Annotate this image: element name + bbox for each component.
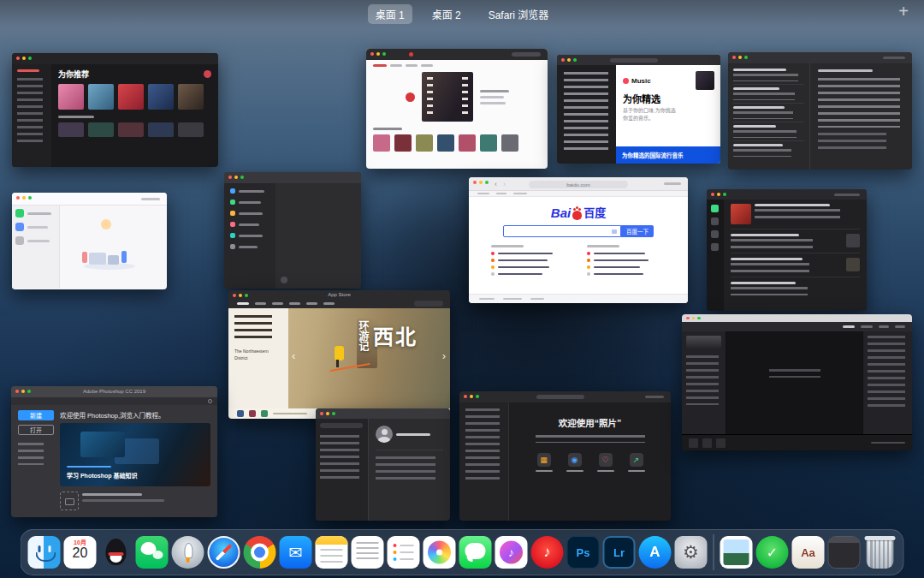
group-item[interactable] xyxy=(230,233,270,238)
module-tab[interactable] xyxy=(861,325,873,328)
user-avatar[interactable] xyxy=(204,70,211,78)
album-cover[interactable] xyxy=(148,122,174,137)
module-tab[interactable] xyxy=(895,325,905,328)
search-field[interactable] xyxy=(414,301,443,307)
promo-banner[interactable]: 为你精选的国际流行音乐 xyxy=(616,146,720,164)
dock-icon-messages[interactable] xyxy=(459,536,492,569)
play-button[interactable] xyxy=(406,92,415,102)
dock-icon-lightroom[interactable]: Lr xyxy=(603,536,636,569)
dock-icon-chrome[interactable] xyxy=(244,536,276,569)
window-app-store[interactable]: App Store The Northwestern District 环游记 xyxy=(228,290,450,419)
window-wechat[interactable] xyxy=(12,193,167,289)
carousel-next-button[interactable]: › xyxy=(442,349,446,362)
dock-icon-security[interactable]: ✓ xyxy=(756,536,789,569)
hot-item[interactable] xyxy=(587,265,666,269)
carousel-prev-button[interactable]: ‹ xyxy=(292,349,295,362)
article-item[interactable] xyxy=(731,229,860,253)
album-cover[interactable] xyxy=(88,84,114,110)
module-tab-active[interactable] xyxy=(843,325,855,328)
search-field[interactable] xyxy=(512,52,541,57)
hot-item[interactable] xyxy=(491,259,570,262)
view-segmented-control[interactable] xyxy=(536,395,584,399)
space-safari-fullscreen[interactable]: Safari 浏览器 xyxy=(481,4,557,24)
dock-icon-netease-music[interactable]: ♪ xyxy=(531,536,564,569)
dock-icon-qq[interactable] xyxy=(100,536,133,569)
window-mail[interactable] xyxy=(728,52,912,170)
dock-icon-safari[interactable] xyxy=(208,536,240,569)
app-tile[interactable] xyxy=(261,410,268,417)
album-cover[interactable] xyxy=(148,84,174,110)
dock-icon-app-store[interactable]: A xyxy=(639,536,672,569)
rail-icon[interactable] xyxy=(711,243,719,251)
article-item[interactable] xyxy=(731,277,860,295)
hot-item[interactable] xyxy=(587,252,666,255)
hot-item[interactable] xyxy=(491,265,570,269)
playlist-cover[interactable] xyxy=(480,134,497,152)
dock-icon-notes[interactable] xyxy=(316,536,348,569)
article-item[interactable] xyxy=(731,253,860,277)
window-contacts[interactable] xyxy=(316,408,450,521)
group-item[interactable] xyxy=(230,188,270,194)
group-item[interactable] xyxy=(230,222,270,227)
filmstrip-thumb[interactable] xyxy=(702,438,712,448)
window-photos[interactable]: 欢迎使用“照片” ▦ ◉ ♡ ↗ xyxy=(459,391,671,521)
dock-icon-textedit[interactable] xyxy=(352,536,384,569)
dock-minimized-window[interactable] xyxy=(828,536,861,569)
hot-item[interactable] xyxy=(491,252,570,255)
toolbar-buttons[interactable] xyxy=(883,57,905,59)
message-row[interactable] xyxy=(733,141,804,159)
chat-item[interactable] xyxy=(15,236,56,245)
open-file-button[interactable]: 打开 xyxy=(18,425,54,435)
search-button[interactable]: 百度一下 xyxy=(621,225,654,237)
window-qq-music[interactable]: 为你推荐 xyxy=(12,53,218,167)
message-row[interactable] xyxy=(733,85,804,104)
rail-icon[interactable] xyxy=(711,217,719,225)
dock-icon-itunes[interactable]: ♪ xyxy=(495,536,528,569)
group-item[interactable] xyxy=(230,211,270,216)
album-cover[interactable] xyxy=(178,122,204,137)
album-cover[interactable] xyxy=(178,84,204,110)
dock-icon-mail[interactable]: ✉ xyxy=(280,536,312,569)
dock-icon-photoshop[interactable]: Ps xyxy=(567,536,600,569)
playlist-cover[interactable] xyxy=(501,134,518,152)
article-item[interactable] xyxy=(731,204,860,229)
toolbar-icons[interactable] xyxy=(664,182,681,185)
module-tab[interactable] xyxy=(879,325,889,328)
playlist-cover[interactable] xyxy=(373,134,390,152)
toolbar-icons[interactable] xyxy=(645,396,664,398)
space-desktop-2[interactable]: 桌面 2 xyxy=(424,4,469,24)
featured-banner[interactable]: The Northwestern District 环游记 西北 ‹ › xyxy=(228,308,450,408)
forward-button[interactable]: › xyxy=(503,180,506,188)
window-qq[interactable] xyxy=(224,172,361,289)
filmstrip-thumb[interactable] xyxy=(716,438,726,448)
tab[interactable] xyxy=(255,302,266,305)
window-apple-music[interactable]: Music 为你精选 基于你的口味,为你挑选 你爱的音乐。 为你精选的国际流行音… xyxy=(557,55,720,164)
camera-icon[interactable] xyxy=(612,229,617,234)
playlist-cover[interactable] xyxy=(459,134,476,152)
chat-item[interactable] xyxy=(15,223,56,231)
album-art[interactable] xyxy=(696,71,714,90)
group-item[interactable] xyxy=(230,200,270,205)
dock-icon-photos[interactable] xyxy=(424,536,456,569)
dock-icon-system-preferences[interactable]: ⚙ xyxy=(675,536,708,569)
window-photoshop[interactable]: Adobe Photoshop CC 2019 新建 打开 欢迎使用 Photo… xyxy=(11,386,217,517)
sidebar-item-active[interactable] xyxy=(17,69,39,72)
album-cover[interactable] xyxy=(118,122,144,137)
album-cover[interactable] xyxy=(88,122,114,137)
group-item[interactable] xyxy=(230,244,270,249)
album-cover[interactable] xyxy=(118,84,144,110)
window-netease-music[interactable] xyxy=(366,49,548,169)
dock-icon-dictionary[interactable]: Aa xyxy=(792,536,825,569)
space-desktop-1[interactable]: 桌面 1 xyxy=(368,4,412,24)
message-row[interactable] xyxy=(733,104,804,122)
gear-icon[interactable] xyxy=(281,277,287,283)
new-file-button[interactable]: 新建 xyxy=(18,410,54,420)
toolbar-icons[interactable] xyxy=(141,198,160,200)
message-row[interactable] xyxy=(733,66,804,85)
dock-icon-finder[interactable] xyxy=(28,536,61,569)
dock-icon-pictures[interactable] xyxy=(720,536,753,569)
back-button[interactable]: ‹ xyxy=(495,180,497,188)
hot-item[interactable] xyxy=(587,259,666,262)
chat-item[interactable] xyxy=(15,209,56,217)
window-lightroom[interactable] xyxy=(682,314,912,450)
